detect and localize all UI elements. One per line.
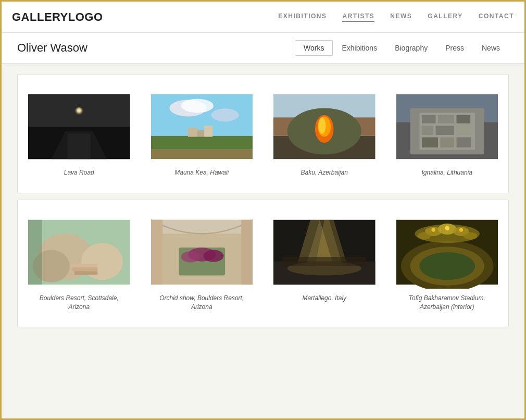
- svg-point-69: [431, 228, 435, 232]
- artist-tabs: Works Exhibitions Biography Press News: [295, 40, 509, 56]
- list-item[interactable]: Tofig Bakharamov Stadium, Azerbaijan (in…: [391, 211, 504, 317]
- list-item[interactable]: Mauna Kea, Hawaii: [146, 85, 258, 182]
- svg-rect-8: [151, 150, 253, 159]
- artwork-caption-ignalina: Ignalina, Lithuania: [420, 168, 474, 177]
- list-item[interactable]: Baku, Azerbaijan: [268, 85, 381, 182]
- svg-rect-7: [151, 136, 253, 150]
- svg-point-61: [419, 252, 475, 280]
- tab-news[interactable]: News: [473, 40, 509, 56]
- svg-rect-31: [456, 126, 469, 135]
- svg-point-67: [463, 232, 477, 240]
- artwork-caption-stadium: Tofig Bakharamov Stadium, Azerbaijan (in…: [396, 294, 498, 312]
- svg-rect-13: [197, 130, 204, 137]
- artwork-image-lava-road[interactable]: [28, 90, 130, 163]
- artwork-caption-orchid: Orchid show, Boulders Resort, Arizona: [151, 294, 253, 312]
- tab-press[interactable]: Press: [436, 40, 473, 56]
- svg-point-47: [181, 251, 199, 262]
- svg-point-70: [459, 228, 462, 232]
- svg-rect-27: [437, 115, 454, 123]
- svg-rect-49: [151, 220, 162, 285]
- svg-point-68: [445, 226, 449, 230]
- svg-point-66: [417, 232, 430, 240]
- svg-rect-12: [188, 128, 197, 137]
- tab-biography[interactable]: Biography: [386, 40, 436, 56]
- artwork-image-orchid[interactable]: [151, 216, 253, 289]
- artwork-image-stadium[interactable]: [396, 216, 498, 289]
- svg-rect-41: [74, 271, 97, 275]
- tab-exhibitions[interactable]: Exhibitions: [333, 40, 386, 56]
- svg-rect-32: [421, 137, 437, 147]
- svg-rect-50: [241, 220, 253, 285]
- nav-contact[interactable]: CONTACT: [479, 13, 514, 22]
- tab-works[interactable]: Works: [295, 40, 333, 56]
- svg-rect-5: [68, 133, 91, 159]
- artwork-caption-boulders: Boulders Resort, Scottsdale, Arizona: [28, 294, 130, 312]
- artwork-image-mauna-kea[interactable]: [151, 90, 253, 163]
- artwork-image-boulders[interactable]: [28, 216, 130, 289]
- artwork-image-martallego[interactable]: [273, 216, 375, 289]
- svg-rect-28: [456, 115, 470, 123]
- list-item[interactable]: Ignalina, Lithuania: [391, 85, 504, 182]
- artwork-caption-lava-road: Lava Road: [62, 168, 96, 177]
- artist-name: Oliver Wasow: [17, 41, 87, 55]
- svg-rect-14: [204, 126, 212, 137]
- svg-rect-29: [421, 126, 433, 135]
- svg-rect-57: [283, 257, 366, 266]
- svg-point-48: [203, 250, 223, 262]
- logo-text-regular: GALLERY: [12, 10, 68, 23]
- list-item[interactable]: Lava Road: [23, 85, 135, 182]
- site-header: GALLERYLOGO EXHIBITIONS ARTISTS NEWS GAL…: [2, 2, 524, 33]
- nav-news[interactable]: NEWS: [390, 13, 412, 22]
- gallery-grid-1: Lava Road: [23, 85, 503, 182]
- svg-rect-39: [70, 264, 97, 267]
- nav-gallery[interactable]: GALLERY: [428, 13, 462, 22]
- svg-point-11: [211, 108, 239, 121]
- nav-exhibitions[interactable]: EXHIBITIONS: [278, 13, 327, 22]
- nav-artists[interactable]: ARTISTS: [342, 13, 374, 22]
- list-item[interactable]: Martallego, Italy: [268, 211, 381, 317]
- artwork-caption-baku: Baku, Azerbaijan: [299, 168, 350, 177]
- artwork-caption-martallego: Martallego, Italy: [300, 294, 348, 303]
- svg-rect-26: [421, 115, 435, 123]
- artist-bar: Oliver Wasow Works Exhibitions Biography…: [2, 33, 524, 64]
- svg-point-21: [318, 117, 325, 134]
- artwork-image-ignalina[interactable]: [396, 90, 498, 163]
- svg-point-10: [181, 99, 213, 113]
- gallery-section-2: Boulders Resort, Scottsdale, Arizona: [17, 200, 509, 328]
- main-navigation: EXHIBITIONS ARTISTS NEWS GALLERY CONTACT: [278, 13, 514, 22]
- svg-rect-33: [440, 137, 454, 147]
- artwork-image-baku[interactable]: [273, 90, 375, 163]
- svg-point-3: [73, 107, 84, 118]
- gallery-grid-2: Boulders Resort, Scottsdale, Arizona: [23, 211, 503, 317]
- list-item[interactable]: Boulders Resort, Scottsdale, Arizona: [23, 211, 135, 317]
- gallery-section-1: Lava Road: [17, 74, 509, 193]
- main-content: Lava Road: [2, 64, 524, 344]
- svg-rect-42: [28, 220, 42, 285]
- svg-rect-40: [72, 267, 97, 271]
- site-logo[interactable]: GALLERYLOGO: [12, 10, 103, 24]
- artwork-caption-mauna-kea: Mauna Kea, Hawaii: [172, 168, 231, 177]
- svg-rect-34: [456, 137, 471, 147]
- list-item[interactable]: Orchid show, Boulders Resort, Arizona: [146, 211, 258, 317]
- svg-rect-30: [435, 126, 454, 135]
- logo-text-bold: LOGO: [68, 10, 103, 23]
